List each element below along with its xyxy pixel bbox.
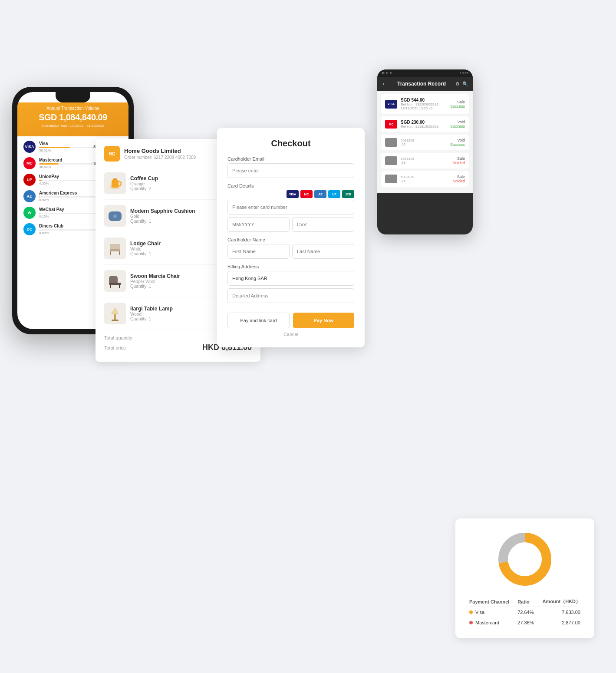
txn-filter-icon[interactable]: ⚙ [455, 81, 460, 87]
txn-ref-4: 5033145 [401, 157, 449, 161]
item-name-coffee-cup: Coffee Cup [130, 175, 231, 181]
visa-icon: VISA [23, 141, 36, 153]
visa-dot [469, 610, 473, 614]
txn-type-4: Sale [453, 156, 465, 161]
txn-back-button[interactable]: ← [382, 80, 388, 87]
svg-rect-7 [110, 251, 111, 255]
card-number-input[interactable] [227, 200, 354, 214]
txn-status-left: ⚙ ✦ ✦ [382, 71, 392, 75]
checkout-buttons: Pay and link card Pay Now [227, 313, 354, 328]
item-details-lodge-chair: Lodge Chair White Quantity: 1 [130, 241, 229, 256]
mastercard-dot [469, 621, 473, 624]
svg-rect-15 [112, 320, 119, 321]
pay-link-card-button[interactable]: Pay and link card [227, 313, 290, 328]
pay-now-button[interactable]: Pay Now [293, 313, 354, 328]
txn-date-1: 18/11/2021 13:25:46 [401, 106, 447, 110]
unionpay-card-icon: UP [328, 190, 340, 198]
svg-rect-11 [110, 285, 111, 288]
txn-type-1: Sale [450, 100, 465, 104]
item-variant-lamp: Wood [130, 312, 231, 317]
txn-date-3: .02 [401, 142, 447, 146]
txn-item-5[interactable]: 5033029 .24 Sale Voided [381, 171, 469, 187]
txn-date-5: .24 [401, 179, 449, 183]
item-name-marcia-chair: Swoon Marcia Chair [130, 273, 229, 279]
phone-header-amount: SGD 1,084,840.09 [24, 112, 122, 122]
cardholder-name-label: Cardholder Name [227, 237, 354, 242]
pie-table: Payment Channel Ratio Amount（HKD） Visa 7… [466, 597, 584, 628]
email-input[interactable] [227, 163, 354, 178]
pie-channel-mastercard: Mastercard [466, 617, 514, 628]
item-image-cushion [104, 205, 126, 227]
txn-item-4[interactable]: 5033145 .89 Sale Voided [381, 153, 469, 168]
svg-rect-2 [113, 178, 117, 180]
merchant-logo: HG [104, 146, 120, 162]
payment-pct-amex: 0.92% [39, 198, 96, 202]
pie-ratio-mastercard: 27.36% [514, 617, 538, 628]
diners-icon: DC [23, 223, 36, 235]
pie-ratio-visa: 72.64% [514, 607, 538, 618]
item-details-coffee-cup: Coffee Cup Orange Quantity: 2 [130, 175, 231, 191]
payment-info-visa: Visa 58.01% [39, 141, 93, 152]
card-details-label: Card Details [227, 183, 354, 188]
merchant-name: Home Goods Limited [124, 148, 196, 154]
txn-ref-3: 5033358 [401, 139, 447, 142]
txn-status-time: 13:26 [460, 71, 468, 75]
txn-right-4: Sale Voided [453, 156, 465, 165]
svg-point-4 [113, 214, 117, 218]
payment-name-visa: Visa [39, 141, 93, 146]
visa-card-icon: VISA [287, 190, 299, 198]
mc-card-icon: MC [300, 190, 313, 198]
svg-rect-10 [109, 283, 121, 285]
txn-item-3[interactable]: 5033358 .02 Void Success [381, 135, 469, 150]
txn-status-1: Success [450, 104, 465, 109]
first-name-input[interactable] [227, 244, 290, 259]
pie-amount-visa: 7,633.00 [538, 607, 584, 618]
payment-name-amex: American Express [39, 191, 96, 195]
txn-header: ← Transaction Record ⚙ 🔍 [377, 77, 473, 91]
item-image-lamp [104, 303, 126, 324]
txn-details-2: SGD 230.00 Ref No. : 111815033029 [401, 120, 447, 129]
cancel-button[interactable]: Cancel [227, 332, 354, 337]
pie-row-mastercard: Mastercard 27.36% 2,877.00 [466, 617, 584, 628]
txn-details-1: SGD 544.00 Ref No. : 132205033183 18/11/… [401, 98, 447, 110]
cvv-input[interactable] [292, 217, 354, 232]
txn-details-5: 5033029 .24 [401, 175, 449, 183]
txn-item-2[interactable]: MC SGD 230.00 Ref No. : 111815033029 Voi… [381, 116, 469, 132]
payment-name-unionpay: UnionPay [39, 174, 96, 179]
amex-icon: AE [23, 190, 36, 202]
svg-rect-14 [114, 314, 116, 320]
billing-address-input[interactable] [227, 288, 354, 303]
item-qty-lamp: Quantity: 1 [130, 317, 231, 321]
payment-pct-visa: 58.01% [39, 148, 93, 152]
txn-status-4: Voided [453, 161, 465, 165]
item-image-marcia-chair [104, 270, 126, 292]
txn-card-5 [385, 175, 397, 183]
txn-item-1[interactable]: VISA SGD 544.00 Ref No. : 132205033183 1… [381, 94, 469, 114]
payment-name-mastercard: Mastercard [39, 158, 93, 162]
txn-title: Transaction Record [391, 81, 452, 87]
col-header-amount: Amount（HKD） [538, 597, 584, 607]
txn-status-bar: ⚙ ✦ ✦ 13:26 [377, 69, 473, 77]
txn-status-5: Voided [453, 179, 465, 183]
billing-region-input[interactable] [227, 271, 354, 286]
txn-search-icon[interactable]: 🔍 [462, 81, 468, 87]
txn-right-5: Sale Voided [453, 175, 465, 183]
item-name-lamp: Ilargi Table Lamp [130, 306, 231, 312]
item-details-lamp: Ilargi Table Lamp Wood Quantity: 1 [130, 306, 231, 321]
txn-type-2: Void [450, 120, 465, 124]
item-name-lodge-chair: Lodge Chair [130, 241, 229, 247]
txn-ref-1: Ref No. : 132205033183 [401, 102, 447, 106]
pie-channel-visa: Visa [466, 607, 514, 618]
payment-info-wechat: WeChat Pay 0.13% [39, 207, 98, 218]
phone-header-title: Annual Transaction Volume [24, 106, 122, 111]
payment-pct-unionpay: 4.50% [39, 181, 96, 185]
expiry-input[interactable] [227, 217, 290, 232]
transaction-phone: ⚙ ✦ ✦ 13:26 ← Transaction Record ⚙ 🔍 VIS… [377, 69, 473, 234]
svg-rect-1 [112, 180, 119, 188]
wechat-icon: W [23, 207, 36, 219]
card-expiry-cvv-row [227, 217, 354, 232]
total-price-label: Total price [104, 345, 126, 350]
checkout-modal: Checkout Cardholder Email Card Details V… [217, 128, 365, 347]
last-name-input[interactable] [292, 244, 354, 259]
mastercard-icon: MC [23, 157, 36, 169]
